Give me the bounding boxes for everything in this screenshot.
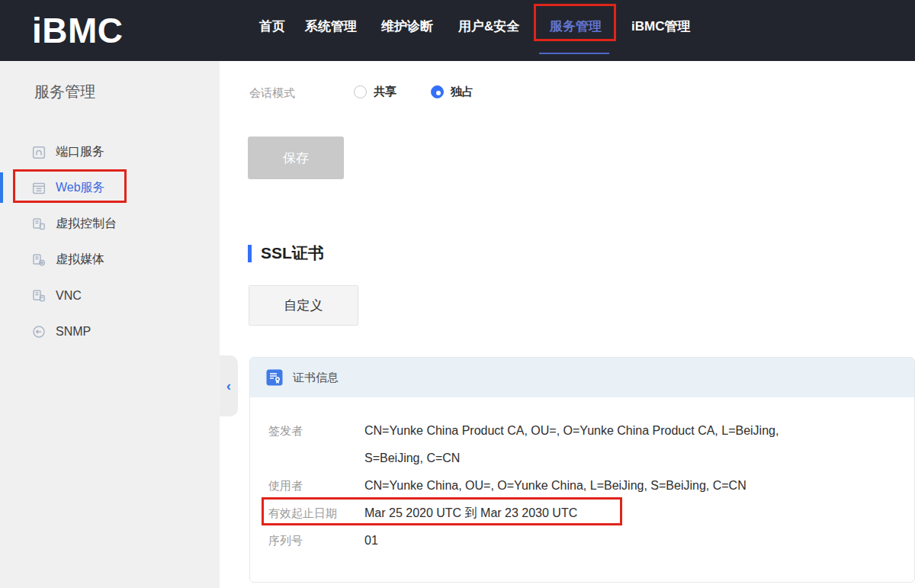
sidebar-active-indicator xyxy=(0,172,3,203)
certificate-row-serial: 序列号01 xyxy=(268,527,899,554)
sidebar-item-snmp[interactable]: SNMP xyxy=(0,313,220,349)
sidebar-item-label: 端口服务 xyxy=(56,144,104,160)
sidebar-item-virtual-console[interactable]: 虚拟控制台 xyxy=(0,206,220,242)
radio-session-shared[interactable]: 共享 xyxy=(354,85,396,99)
virtual-media-icon xyxy=(32,253,46,267)
ssl-section-title: SSL证书 xyxy=(261,243,324,264)
save-button[interactable]: 保存 xyxy=(248,137,344,179)
session-mode-label: 会话模式 xyxy=(249,86,295,101)
certificate-row-label: 使用者 xyxy=(268,472,364,500)
chevron-left-icon: ‹ xyxy=(226,378,231,394)
radio-checked-icon xyxy=(431,85,444,98)
sidebar-item-label: VNC xyxy=(56,289,82,303)
ibmc-logo: iBMC xyxy=(32,10,124,51)
radio-label: 共享 xyxy=(374,85,396,99)
top-nav-item-system-mgmt[interactable]: 系统管理 xyxy=(305,18,357,35)
certificate-row-subject: 使用者CN=Yunke China, OU=, O=Yunke China, L… xyxy=(268,472,899,500)
sidebar-item-virtual-media[interactable]: 虚拟媒体 xyxy=(0,242,220,278)
section-accent-bar xyxy=(248,245,252,262)
sidebar-collapse-button[interactable]: ‹ xyxy=(220,355,238,416)
certificate-icon xyxy=(266,369,283,386)
certificate-row-label: 签发者 xyxy=(268,417,364,472)
radio-label: 独占 xyxy=(451,85,474,99)
certificate-row-value: CN=Yunke China, OU=, O=Yunke China, L=Be… xyxy=(364,472,746,500)
annotation-redbox-nav-service-mgmt xyxy=(534,4,616,41)
annotation-redbox-web-service xyxy=(13,169,127,203)
radio-unchecked-icon xyxy=(354,85,367,98)
top-nav-item-home[interactable]: 首页 xyxy=(259,18,285,35)
radio-session-exclusive[interactable]: 独占 xyxy=(431,85,474,99)
virtual-console-icon xyxy=(32,217,46,231)
sidebar: 服务管理 端口服务Web服务虚拟控制台虚拟媒体VNCSNMP ‹ xyxy=(0,61,220,588)
certificate-panel-header: 证书信息 xyxy=(250,358,914,397)
sidebar-item-label: 虚拟控制台 xyxy=(56,216,117,232)
certificate-row-value: 01 xyxy=(364,527,378,554)
port-services-icon xyxy=(32,146,46,159)
top-header-bar: iBMC 首页系统管理维护诊断用户&安全服务管理iBMC管理 xyxy=(0,0,915,61)
active-nav-underline xyxy=(539,53,609,54)
sidebar-item-port-services[interactable]: 端口服务 xyxy=(0,134,220,170)
sidebar-title: 服务管理 xyxy=(34,82,95,102)
certificate-panel-title: 证书信息 xyxy=(293,371,339,385)
top-nav-item-maintenance[interactable]: 维护诊断 xyxy=(381,18,433,35)
sidebar-item-vnc[interactable]: VNC xyxy=(0,278,220,313)
annotation-redbox-validity-row xyxy=(262,497,622,525)
snmp-icon xyxy=(32,325,46,339)
sidebar-item-label: 虚拟媒体 xyxy=(56,252,104,268)
custom-certificate-button[interactable]: 自定义 xyxy=(249,285,358,326)
certificate-info-panel: 证书信息 签发者CN=Yunke China Product CA, OU=, … xyxy=(249,357,915,583)
certificate-rows: 签发者CN=Yunke China Product CA, OU=, O=Yun… xyxy=(250,397,914,554)
certificate-row-value: CN=Yunke China Product CA, OU=, O=Yunke … xyxy=(364,417,779,472)
sidebar-item-label: SNMP xyxy=(56,325,91,339)
sidebar-menu: 端口服务Web服务虚拟控制台虚拟媒体VNCSNMP xyxy=(0,134,220,349)
certificate-row-issuer: 签发者CN=Yunke China Product CA, OU=, O=Yun… xyxy=(268,417,899,472)
top-nav-item-user-security[interactable]: 用户&安全 xyxy=(458,18,519,35)
certificate-row-label: 序列号 xyxy=(268,527,364,554)
top-nav-item-ibmc-mgmt[interactable]: iBMC管理 xyxy=(631,18,690,35)
vnc-icon xyxy=(32,289,46,303)
